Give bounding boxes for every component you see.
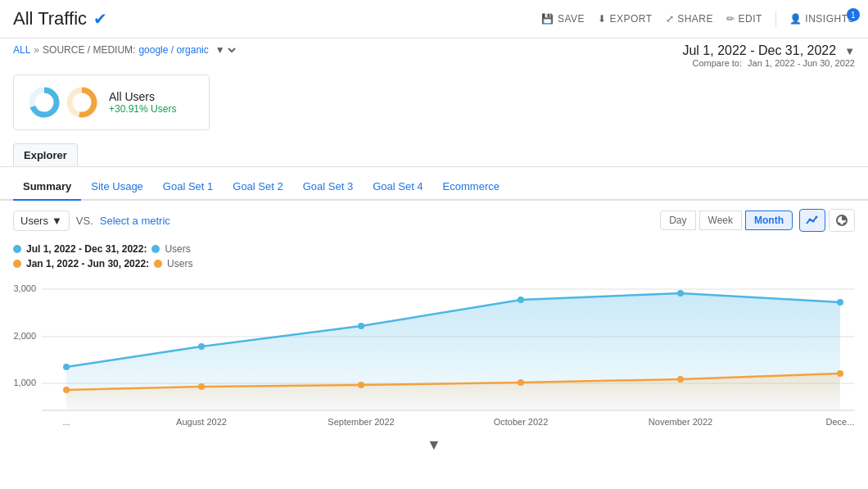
chart-point <box>198 343 205 350</box>
metric-dropdown[interactable]: Users ▼ <box>13 211 70 231</box>
svg-point-6 <box>816 216 818 219</box>
save-button[interactable]: 💾 SAVE <box>541 13 585 25</box>
svg-text:Dece...: Dece... <box>826 417 855 427</box>
chart-point <box>63 387 70 393</box>
svg-point-9 <box>843 223 846 225</box>
insights-button[interactable]: 👤 INSIGHTS 1 <box>789 13 855 25</box>
donut-charts <box>27 85 99 120</box>
chart-point <box>198 383 205 390</box>
chart-point <box>518 297 524 303</box>
chart-point <box>518 379 524 386</box>
time-btn-week[interactable]: Week <box>699 211 742 230</box>
segment-change: +30.91% Users <box>109 103 176 115</box>
time-controls: DayWeekMonth <box>660 211 793 230</box>
chart-type-buttons <box>799 209 855 232</box>
insights-badge: 1 <box>847 8 860 21</box>
legend-dot-1 <box>13 260 21 268</box>
breadcrumb-dropdown[interactable]: ▼ <box>212 43 238 57</box>
date-dropdown-icon[interactable]: ▼ <box>844 45 855 57</box>
metric-controls: Users ▼ VS. Select a metric DayWeekMonth <box>0 201 868 240</box>
metric-left: Users ▼ VS. Select a metric <box>13 211 170 231</box>
legend-item-1: Jan 1, 2022 - Jun 30, 2022: Users <box>13 258 855 269</box>
save-icon: 💾 <box>541 13 554 25</box>
legend-metric-1: Users <box>167 258 192 269</box>
svg-text:2,000: 2,000 <box>13 331 36 341</box>
main-chart: 3,000 2,000 1,000 <box>13 279 855 431</box>
share-button[interactable]: ⤢ SHARE <box>666 13 713 25</box>
sub-tab-site-usage[interactable]: Site Usage <box>81 174 153 201</box>
chart-area: 3,000 2,000 1,000 <box>0 279 868 440</box>
svg-text:August 2022: August 2022 <box>176 417 227 427</box>
time-btn-day[interactable]: Day <box>660 211 695 230</box>
select-metric[interactable]: Select a metric <box>100 215 170 227</box>
chart-point <box>358 382 364 388</box>
breadcrumb-value[interactable]: google / organic <box>138 44 208 56</box>
chart-point <box>63 364 70 370</box>
date-range-main: Jul 1, 2022 - Dec 31, 2022 <box>682 43 836 58</box>
compare-date: Jan 1, 2022 - Jun 30, 2022 <box>748 58 855 68</box>
insights-icon: 👤 <box>789 13 802 25</box>
svg-point-5 <box>812 220 815 223</box>
svg-text:...: ... <box>62 417 70 427</box>
svg-text:1,000: 1,000 <box>13 378 36 387</box>
export-icon: ⬇ <box>598 13 607 25</box>
breadcrumb-sep: » <box>34 44 39 56</box>
segment-info: All Users +30.91% Users <box>109 90 176 115</box>
sub-tab-goal-set-2[interactable]: Goal Set 2 <box>223 174 292 201</box>
legend-range-0: Jul 1, 2022 - Dec 31, 2022: <box>26 243 147 255</box>
chart-point <box>677 376 684 383</box>
legend: Jul 1, 2022 - Dec 31, 2022: Users Jan 1,… <box>0 240 868 279</box>
svg-point-8 <box>839 223 841 225</box>
legend-item-0: Jul 1, 2022 - Dec 31, 2022: Users <box>13 243 855 255</box>
sub-tab-goal-set-1[interactable]: Goal Set 1 <box>153 174 223 201</box>
explorer-tabs: Explorer <box>0 137 868 167</box>
chart-point <box>358 323 364 329</box>
edit-button[interactable]: ✏ EDIT <box>726 13 762 25</box>
date-range-block: Jul 1, 2022 - Dec 31, 2022 ▼ Compare to:… <box>682 43 855 68</box>
sub-tab-goal-set-4[interactable]: Goal Set 4 <box>363 174 432 201</box>
legend-range-1: Jan 1, 2022 - Jun 30, 2022: <box>26 258 149 269</box>
legend-dot-0 <box>13 245 21 253</box>
explorer-tab[interactable]: Explorer <box>13 143 78 166</box>
chart-point <box>677 290 684 297</box>
vs-label: VS. <box>76 215 93 227</box>
header: All Traffic ✔ 💾 SAVE ⬇ EXPORT ⤢ SHARE ✏ … <box>0 0 868 38</box>
right-controls: DayWeekMonth <box>660 209 855 232</box>
edit-icon: ✏ <box>726 13 735 25</box>
chart-point <box>837 299 843 306</box>
time-btn-month[interactable]: Month <box>745 211 793 230</box>
header-actions: 💾 SAVE ⬇ EXPORT ⤢ SHARE ✏ EDIT 👤 INSIGHT… <box>541 11 855 27</box>
page-title: All Traffic <box>13 8 87 29</box>
breadcrumb: ALL » SOURCE / MEDIUM: google / organic … <box>13 43 238 57</box>
divider <box>775 11 776 27</box>
verified-icon: ✔ <box>93 9 107 29</box>
legend-metric-dot-1 <box>154 260 162 268</box>
sub-tab-summary[interactable]: Summary <box>13 174 81 201</box>
scroll-down-icon[interactable]: ▼ <box>427 437 441 454</box>
sub-tab-goal-set-3[interactable]: Goal Set 3 <box>293 174 363 201</box>
svg-text:November 2022: November 2022 <box>649 417 712 427</box>
legend-metric-dot-0 <box>151 245 160 253</box>
breadcrumb-source: SOURCE / MEDIUM: <box>43 44 135 56</box>
metric-chevron: ▼ <box>52 215 62 227</box>
segment-card: All Users +30.91% Users <box>13 75 210 130</box>
top-section: All Users +30.91% Users <box>0 71 868 137</box>
line-chart-button[interactable] <box>799 209 825 232</box>
svg-text:September 2022: September 2022 <box>328 417 394 427</box>
pie-chart-button[interactable] <box>829 209 855 232</box>
compare-label: Compare to: <box>693 58 743 68</box>
pie-chart-icon <box>835 214 848 227</box>
export-button[interactable]: ⬇ EXPORT <box>598 13 653 25</box>
segment-name: All Users <box>109 90 176 103</box>
header-left: All Traffic ✔ <box>13 8 107 29</box>
svg-point-4 <box>809 219 811 221</box>
sub-tabs: SummarySite UsageGoal Set 1Goal Set 2Goa… <box>0 167 868 201</box>
share-icon: ⤢ <box>666 13 675 25</box>
sub-tab-ecommerce[interactable]: Ecommerce <box>433 174 509 201</box>
breadcrumb-all[interactable]: ALL <box>13 44 30 56</box>
legend-metric-0: Users <box>165 243 190 255</box>
donut-blue <box>27 85 61 120</box>
metric-label: Users <box>20 215 48 227</box>
donut-orange <box>65 85 99 120</box>
line-chart-icon <box>806 214 819 227</box>
